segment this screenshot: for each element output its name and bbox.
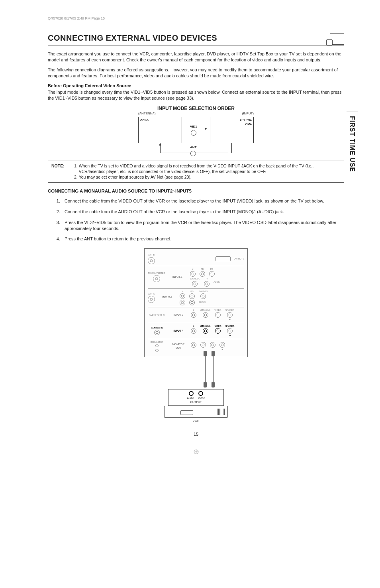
jack-in1-pr bbox=[209, 271, 215, 277]
jack-in1-pb bbox=[200, 271, 205, 277]
section-head-monaural: CONNECTING A MONAURAL AUDIO SOURCE TO IN… bbox=[48, 188, 344, 195]
step-3: Press the VID2~VID5 button to view the p… bbox=[61, 220, 344, 232]
jack-ant-b bbox=[148, 257, 155, 264]
title-rule bbox=[48, 45, 344, 45]
jack-ir-2 bbox=[155, 349, 159, 352]
vcr-label-audio: Audio bbox=[187, 396, 194, 400]
jack-ant-a bbox=[148, 296, 155, 303]
label-mono-l: (MONO)/L bbox=[200, 325, 211, 328]
flow-line bbox=[160, 153, 208, 153]
jack-in2-svideo bbox=[200, 293, 206, 299]
label-svideo: S-VIDEO bbox=[225, 325, 235, 328]
jack-in3-l bbox=[191, 312, 196, 318]
vcr-caption: VCR bbox=[48, 419, 344, 423]
label-audio: AUDIO bbox=[214, 281, 220, 283]
flow-box-antenna bbox=[138, 117, 182, 143]
label-dvi-hdtv: DVI-HDTV bbox=[234, 258, 244, 260]
before-operating-body: The input mode is changed every time the… bbox=[48, 89, 344, 101]
label-input4: INPUT-4 bbox=[169, 329, 188, 333]
jack-in3-mono bbox=[203, 312, 208, 318]
label-pr: PR bbox=[210, 268, 214, 271]
label-audio-hifi: AUDIO TO Hi-Fi bbox=[149, 314, 165, 317]
label-mono-l: (MONO)/L bbox=[200, 309, 210, 312]
label-input2: INPUT-2 bbox=[158, 296, 176, 299]
cable-plug-icon bbox=[212, 351, 215, 356]
jack-in1-y bbox=[190, 271, 196, 277]
jack-in4-svideo bbox=[227, 328, 233, 334]
flow-label-vid1-right: VID1 bbox=[245, 122, 252, 126]
input-mode-flow-diagram: YPbPr:1 VID1 VID1 ANT bbox=[138, 117, 254, 157]
jack-in4-l bbox=[191, 328, 196, 334]
vcr-jack-audio bbox=[189, 391, 194, 396]
flow-sub-antenna: (ANTENNA) bbox=[138, 112, 156, 116]
cable-plug-icon bbox=[204, 382, 207, 387]
jack-in2-r bbox=[189, 300, 195, 305]
label-l: L bbox=[193, 309, 194, 312]
jack-in3-svideo bbox=[227, 312, 233, 318]
note-box: NOTE: When the TV is set to VIDEO and a … bbox=[48, 161, 344, 183]
jack-monout-svideo bbox=[219, 342, 225, 348]
flow-arrow-up bbox=[160, 143, 161, 153]
flow-arrow-right bbox=[183, 129, 207, 129]
rear-panel-diagram: ANT-B DVI-HDTV TO CONVERTER INPUT-1 Y PB… bbox=[144, 248, 248, 357]
flow-diagram-title: INPUT MODE SELECTION ORDER bbox=[48, 105, 344, 112]
label-y: Y bbox=[182, 290, 183, 293]
tv-remote-icon bbox=[330, 33, 344, 45]
label-audio: AUDIO bbox=[199, 301, 206, 304]
side-tab-first-time-use: FIRST TIME USE bbox=[347, 112, 358, 176]
note-item-1: When the TV is set to VIDEO and a video … bbox=[79, 163, 341, 174]
intro-paragraph-1: The exact arrangement you use to connect… bbox=[48, 51, 344, 63]
page-number: 15 bbox=[48, 431, 344, 437]
jack-center-in bbox=[154, 330, 160, 335]
label-video: VIDEO bbox=[215, 325, 221, 328]
cable-line bbox=[213, 356, 214, 384]
label-pb: PB bbox=[201, 268, 204, 271]
label-input3: INPUT-3 bbox=[169, 313, 188, 317]
label-mono-l: (MONO)/L bbox=[190, 277, 200, 280]
intro-paragraph-2: The following connection diagrams are of… bbox=[48, 67, 344, 79]
jack-in4-video bbox=[215, 328, 221, 334]
label-video: VIDEO bbox=[214, 309, 221, 312]
label-to-converter: TO CONVERTER bbox=[148, 272, 165, 275]
flow-sub-input: (INPUT) bbox=[242, 112, 254, 116]
label-r: R bbox=[206, 277, 208, 280]
label-svideo: S-VIDEO bbox=[199, 290, 208, 293]
label-input1: INPUT-1 bbox=[168, 275, 187, 279]
label-pb: PB bbox=[190, 290, 193, 293]
cable-connection-diagram bbox=[144, 357, 248, 389]
label-ir-blaster: IR BLASTER bbox=[151, 341, 163, 344]
label-center-in: CENTER IN bbox=[151, 326, 163, 329]
jack-in1-l bbox=[192, 281, 198, 287]
cable-plug-icon bbox=[204, 351, 207, 356]
jack-in2-l bbox=[180, 300, 185, 305]
note-label: NOTE: bbox=[51, 163, 65, 180]
jack-ir-1 bbox=[155, 344, 159, 347]
jack-dvi-hdtv bbox=[215, 256, 231, 261]
jack-monout-l bbox=[191, 342, 196, 348]
label-svideo: S-VIDEO bbox=[225, 309, 235, 312]
cable-line bbox=[205, 356, 206, 384]
jack-in4-mono bbox=[203, 328, 208, 334]
vcr-label-video: Video bbox=[198, 396, 205, 400]
crop-mark-header: QR57028 8/17/05 2:49 PM Page 15 bbox=[48, 16, 344, 21]
jack-monout-video bbox=[210, 342, 215, 348]
flow-box-input: YPbPr:1 VID1 bbox=[210, 117, 254, 143]
flow-node-vid1: VID1 bbox=[190, 125, 197, 136]
label-y: Y bbox=[192, 268, 194, 271]
page-title: CONNECTING EXTERNAL VIDEO DEVICES bbox=[48, 33, 217, 43]
jack-monout-r bbox=[200, 342, 206, 348]
step-1: Connect the cable from the VIDEO OUT of … bbox=[61, 198, 344, 204]
vcr-output-box: Audio Video OUTPUT bbox=[168, 389, 224, 406]
before-operating-head: Before Operating External Video Source bbox=[48, 83, 344, 89]
step-2: Connect the cable from the AUDIO OUT of … bbox=[61, 209, 344, 215]
jack-in2-y bbox=[180, 293, 185, 299]
jack-in3-video bbox=[215, 312, 221, 318]
label-ant-a: ANT-A bbox=[148, 293, 155, 295]
jack-in1-r bbox=[204, 281, 210, 287]
jack-in2-pb bbox=[189, 293, 195, 299]
vcr-label-output: OUTPUT bbox=[171, 400, 221, 404]
jack-to-converter bbox=[153, 275, 160, 282]
flow-line bbox=[231, 143, 232, 153]
vcr-jack-video bbox=[198, 391, 203, 396]
vcr-body-icon bbox=[164, 406, 228, 418]
